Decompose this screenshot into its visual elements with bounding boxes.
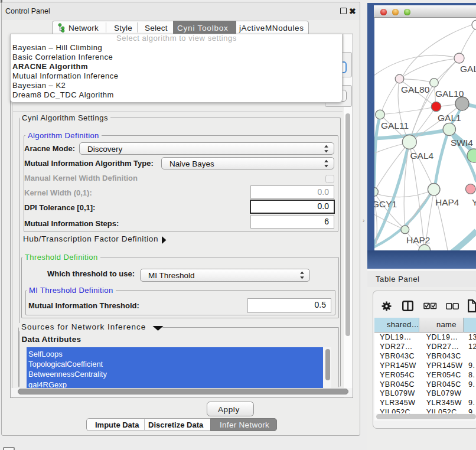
svg-text:GCY1: GCY1 — [374, 199, 397, 209]
svg-text:HAP2: HAP2 — [406, 235, 431, 245]
svg-text:GAL10: GAL10 — [435, 89, 464, 99]
svg-text:GAL80: GAL80 — [401, 84, 430, 94]
svg-text:HAP4: HAP4 — [435, 197, 459, 207]
svg-text:GAL4: GAL4 — [410, 151, 434, 161]
svg-text:GAL11: GAL11 — [381, 120, 409, 131]
svg-text:GAL2: GAL2 — [460, 64, 476, 74]
svg-text:Y: Y — [472, 197, 476, 207]
svg-text:SWI4: SWI4 — [451, 138, 473, 148]
svg-text:GAL1: GAL1 — [438, 113, 461, 123]
